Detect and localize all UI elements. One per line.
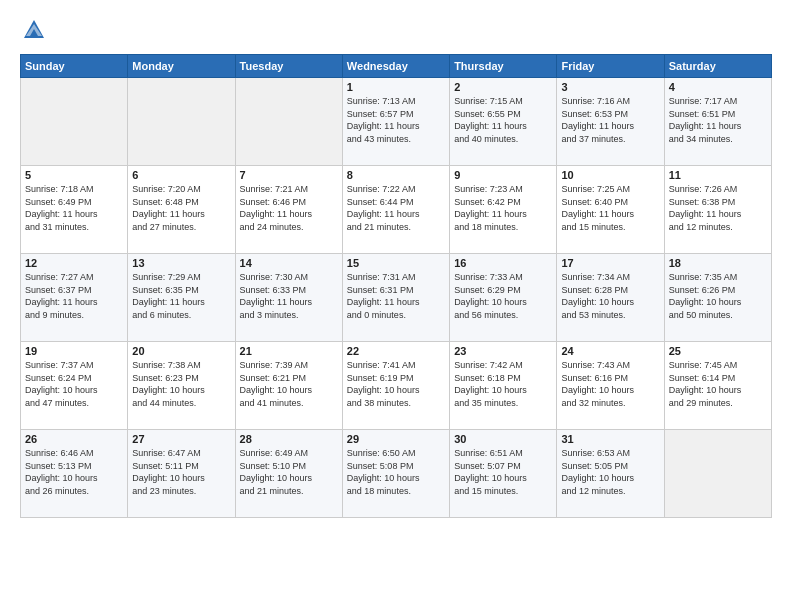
day-number: 10 — [561, 169, 659, 181]
day-number: 13 — [132, 257, 230, 269]
logo-icon — [20, 16, 48, 44]
day-number: 23 — [454, 345, 552, 357]
calendar-cell: 10Sunrise: 7:25 AM Sunset: 6:40 PM Dayli… — [557, 166, 664, 254]
day-number: 16 — [454, 257, 552, 269]
day-number: 3 — [561, 81, 659, 93]
day-number: 24 — [561, 345, 659, 357]
calendar-week-row: 5Sunrise: 7:18 AM Sunset: 6:49 PM Daylig… — [21, 166, 772, 254]
day-number: 30 — [454, 433, 552, 445]
day-info: Sunrise: 7:17 AM Sunset: 6:51 PM Dayligh… — [669, 95, 767, 145]
calendar-cell: 9Sunrise: 7:23 AM Sunset: 6:42 PM Daylig… — [450, 166, 557, 254]
calendar-cell: 7Sunrise: 7:21 AM Sunset: 6:46 PM Daylig… — [235, 166, 342, 254]
calendar-cell: 3Sunrise: 7:16 AM Sunset: 6:53 PM Daylig… — [557, 78, 664, 166]
day-info: Sunrise: 7:45 AM Sunset: 6:14 PM Dayligh… — [669, 359, 767, 409]
calendar-cell: 17Sunrise: 7:34 AM Sunset: 6:28 PM Dayli… — [557, 254, 664, 342]
day-number: 31 — [561, 433, 659, 445]
day-number: 21 — [240, 345, 338, 357]
calendar-header-thursday: Thursday — [450, 55, 557, 78]
calendar-cell: 23Sunrise: 7:42 AM Sunset: 6:18 PM Dayli… — [450, 342, 557, 430]
day-info: Sunrise: 6:46 AM Sunset: 5:13 PM Dayligh… — [25, 447, 123, 497]
day-number: 9 — [454, 169, 552, 181]
calendar-cell: 5Sunrise: 7:18 AM Sunset: 6:49 PM Daylig… — [21, 166, 128, 254]
day-info: Sunrise: 7:34 AM Sunset: 6:28 PM Dayligh… — [561, 271, 659, 321]
day-info: Sunrise: 6:53 AM Sunset: 5:05 PM Dayligh… — [561, 447, 659, 497]
day-info: Sunrise: 6:50 AM Sunset: 5:08 PM Dayligh… — [347, 447, 445, 497]
day-number: 27 — [132, 433, 230, 445]
day-number: 15 — [347, 257, 445, 269]
day-info: Sunrise: 6:49 AM Sunset: 5:10 PM Dayligh… — [240, 447, 338, 497]
calendar-cell: 14Sunrise: 7:30 AM Sunset: 6:33 PM Dayli… — [235, 254, 342, 342]
calendar: SundayMondayTuesdayWednesdayThursdayFrid… — [20, 54, 772, 518]
day-info: Sunrise: 7:25 AM Sunset: 6:40 PM Dayligh… — [561, 183, 659, 233]
calendar-cell: 12Sunrise: 7:27 AM Sunset: 6:37 PM Dayli… — [21, 254, 128, 342]
day-info: Sunrise: 7:23 AM Sunset: 6:42 PM Dayligh… — [454, 183, 552, 233]
calendar-cell: 27Sunrise: 6:47 AM Sunset: 5:11 PM Dayli… — [128, 430, 235, 518]
day-number: 12 — [25, 257, 123, 269]
calendar-cell: 24Sunrise: 7:43 AM Sunset: 6:16 PM Dayli… — [557, 342, 664, 430]
day-info: Sunrise: 6:47 AM Sunset: 5:11 PM Dayligh… — [132, 447, 230, 497]
day-info: Sunrise: 7:37 AM Sunset: 6:24 PM Dayligh… — [25, 359, 123, 409]
day-number: 19 — [25, 345, 123, 357]
calendar-cell: 30Sunrise: 6:51 AM Sunset: 5:07 PM Dayli… — [450, 430, 557, 518]
calendar-cell: 28Sunrise: 6:49 AM Sunset: 5:10 PM Dayli… — [235, 430, 342, 518]
calendar-cell: 16Sunrise: 7:33 AM Sunset: 6:29 PM Dayli… — [450, 254, 557, 342]
calendar-cell: 20Sunrise: 7:38 AM Sunset: 6:23 PM Dayli… — [128, 342, 235, 430]
calendar-header-sunday: Sunday — [21, 55, 128, 78]
day-number: 20 — [132, 345, 230, 357]
calendar-cell: 21Sunrise: 7:39 AM Sunset: 6:21 PM Dayli… — [235, 342, 342, 430]
calendar-week-row: 26Sunrise: 6:46 AM Sunset: 5:13 PM Dayli… — [21, 430, 772, 518]
day-info: Sunrise: 7:22 AM Sunset: 6:44 PM Dayligh… — [347, 183, 445, 233]
day-info: Sunrise: 7:29 AM Sunset: 6:35 PM Dayligh… — [132, 271, 230, 321]
calendar-cell: 31Sunrise: 6:53 AM Sunset: 5:05 PM Dayli… — [557, 430, 664, 518]
day-info: Sunrise: 7:39 AM Sunset: 6:21 PM Dayligh… — [240, 359, 338, 409]
calendar-cell — [21, 78, 128, 166]
day-info: Sunrise: 7:16 AM Sunset: 6:53 PM Dayligh… — [561, 95, 659, 145]
day-info: Sunrise: 7:41 AM Sunset: 6:19 PM Dayligh… — [347, 359, 445, 409]
calendar-cell — [664, 430, 771, 518]
day-number: 22 — [347, 345, 445, 357]
day-info: Sunrise: 7:20 AM Sunset: 6:48 PM Dayligh… — [132, 183, 230, 233]
calendar-week-row: 1Sunrise: 7:13 AM Sunset: 6:57 PM Daylig… — [21, 78, 772, 166]
day-info: Sunrise: 7:43 AM Sunset: 6:16 PM Dayligh… — [561, 359, 659, 409]
day-number: 1 — [347, 81, 445, 93]
page: SundayMondayTuesdayWednesdayThursdayFrid… — [0, 0, 792, 612]
calendar-cell: 26Sunrise: 6:46 AM Sunset: 5:13 PM Dayli… — [21, 430, 128, 518]
day-number: 26 — [25, 433, 123, 445]
calendar-header-monday: Monday — [128, 55, 235, 78]
calendar-header-tuesday: Tuesday — [235, 55, 342, 78]
day-info: Sunrise: 7:30 AM Sunset: 6:33 PM Dayligh… — [240, 271, 338, 321]
day-number: 29 — [347, 433, 445, 445]
calendar-cell: 2Sunrise: 7:15 AM Sunset: 6:55 PM Daylig… — [450, 78, 557, 166]
calendar-cell — [128, 78, 235, 166]
calendar-cell: 6Sunrise: 7:20 AM Sunset: 6:48 PM Daylig… — [128, 166, 235, 254]
header — [20, 16, 772, 44]
calendar-week-row: 12Sunrise: 7:27 AM Sunset: 6:37 PM Dayli… — [21, 254, 772, 342]
day-info: Sunrise: 7:21 AM Sunset: 6:46 PM Dayligh… — [240, 183, 338, 233]
day-number: 17 — [561, 257, 659, 269]
calendar-header-row: SundayMondayTuesdayWednesdayThursdayFrid… — [21, 55, 772, 78]
calendar-header-friday: Friday — [557, 55, 664, 78]
calendar-cell: 18Sunrise: 7:35 AM Sunset: 6:26 PM Dayli… — [664, 254, 771, 342]
day-info: Sunrise: 7:35 AM Sunset: 6:26 PM Dayligh… — [669, 271, 767, 321]
calendar-cell: 8Sunrise: 7:22 AM Sunset: 6:44 PM Daylig… — [342, 166, 449, 254]
day-number: 14 — [240, 257, 338, 269]
logo — [20, 16, 52, 44]
day-info: Sunrise: 7:13 AM Sunset: 6:57 PM Dayligh… — [347, 95, 445, 145]
calendar-cell: 15Sunrise: 7:31 AM Sunset: 6:31 PM Dayli… — [342, 254, 449, 342]
day-info: Sunrise: 7:15 AM Sunset: 6:55 PM Dayligh… — [454, 95, 552, 145]
calendar-cell: 25Sunrise: 7:45 AM Sunset: 6:14 PM Dayli… — [664, 342, 771, 430]
day-number: 28 — [240, 433, 338, 445]
calendar-cell: 19Sunrise: 7:37 AM Sunset: 6:24 PM Dayli… — [21, 342, 128, 430]
day-number: 4 — [669, 81, 767, 93]
calendar-cell: 13Sunrise: 7:29 AM Sunset: 6:35 PM Dayli… — [128, 254, 235, 342]
day-info: Sunrise: 6:51 AM Sunset: 5:07 PM Dayligh… — [454, 447, 552, 497]
day-number: 11 — [669, 169, 767, 181]
day-number: 6 — [132, 169, 230, 181]
day-info: Sunrise: 7:27 AM Sunset: 6:37 PM Dayligh… — [25, 271, 123, 321]
calendar-cell: 29Sunrise: 6:50 AM Sunset: 5:08 PM Dayli… — [342, 430, 449, 518]
day-number: 18 — [669, 257, 767, 269]
calendar-header-wednesday: Wednesday — [342, 55, 449, 78]
calendar-cell: 4Sunrise: 7:17 AM Sunset: 6:51 PM Daylig… — [664, 78, 771, 166]
day-number: 8 — [347, 169, 445, 181]
calendar-cell: 11Sunrise: 7:26 AM Sunset: 6:38 PM Dayli… — [664, 166, 771, 254]
